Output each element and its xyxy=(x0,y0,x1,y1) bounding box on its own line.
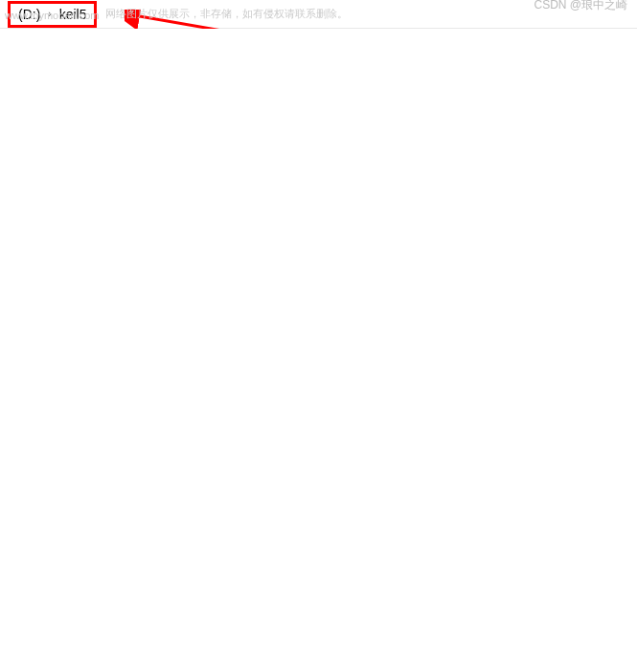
watermark-domain: www.toymoban.com xyxy=(5,10,99,21)
watermark-csdn: CSDN @琅中之崎 xyxy=(534,0,627,13)
footer-note: 网络图片仅供展示，非存储，如有侵权请联系删除。 xyxy=(105,7,348,21)
bg-text: 根据 xyxy=(0,0,29,2)
